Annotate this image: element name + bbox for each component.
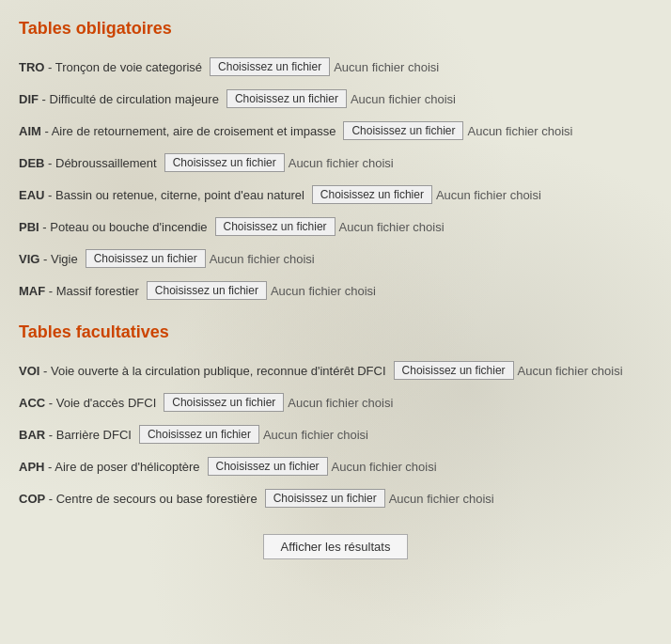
submit-button[interactable]: Afficher les résultats xyxy=(263,534,409,559)
file-button-cop[interactable]: Choisissez un fichier xyxy=(265,489,385,508)
file-button-maf[interactable]: Choisissez un fichier xyxy=(147,281,267,300)
no-file-label-cop: Aucun fichier choisi xyxy=(389,492,494,506)
file-button-acc[interactable]: Choisissez un fichier xyxy=(164,393,284,412)
no-file-label-voi: Aucun fichier choisi xyxy=(518,364,623,378)
row-label-maf: MAF - Massif forestier xyxy=(19,284,139,298)
table-row: COP - Centre de secours ou base forestiè… xyxy=(19,489,652,508)
no-file-label-tro: Aucun fichier choisi xyxy=(334,60,439,74)
file-button-vig[interactable]: Choisissez un fichier xyxy=(86,249,206,268)
no-file-label-aph: Aucun fichier choisi xyxy=(332,460,437,474)
no-file-label-bar: Aucun fichier choisi xyxy=(263,428,368,442)
file-button-aim[interactable]: Choisissez un fichier xyxy=(343,121,463,140)
mandatory-rows-container: TRO - Tronçon de voie categoriséChoisiss… xyxy=(19,57,652,300)
row-label-vig: VIG - Vigie xyxy=(19,252,78,266)
file-button-pbi[interactable]: Choisissez un fichier xyxy=(215,217,336,236)
no-file-label-vig: Aucun fichier choisi xyxy=(210,252,315,266)
table-row: TRO - Tronçon de voie categoriséChoisiss… xyxy=(19,57,652,76)
file-button-bar[interactable]: Choisissez un fichier xyxy=(139,425,259,444)
row-label-cop: COP - Centre de secours ou base forestiè… xyxy=(19,492,257,506)
no-file-label-aim: Aucun fichier choisi xyxy=(467,124,572,138)
no-file-label-dif: Aucun fichier choisi xyxy=(351,92,456,106)
no-file-label-pbi: Aucun fichier choisi xyxy=(339,220,445,234)
no-file-label-eau: Aucun fichier choisi xyxy=(436,188,541,202)
table-row: VIG - VigieChoisissez un fichierAucun fi… xyxy=(19,249,652,268)
row-label-acc: ACC - Voie d'accès DFCI xyxy=(19,396,156,410)
file-button-voi[interactable]: Choisissez un fichier xyxy=(394,361,514,380)
table-row: EAU - Bassin ou retenue, citerne, point … xyxy=(19,185,652,204)
table-row: ACC - Voie d'accès DFCIChoisissez un fic… xyxy=(19,393,652,412)
optional-section-title: Tables facultatives xyxy=(19,322,652,342)
row-label-aph: APH - Aire de poser d'hélicoptère xyxy=(19,460,200,474)
no-file-label-deb: Aucun fichier choisi xyxy=(289,156,394,170)
row-label-pbi: PBI - Poteau ou bouche d'incendie xyxy=(19,220,208,234)
file-button-tro[interactable]: Choisissez un fichier xyxy=(210,57,330,76)
row-label-aim: AIM - Aire de retournement, aire de croi… xyxy=(19,124,336,138)
row-label-tro: TRO - Tronçon de voie categorisé xyxy=(19,60,202,74)
file-button-deb[interactable]: Choisissez un fichier xyxy=(164,153,285,172)
row-label-deb: DEB - Débroussaillement xyxy=(19,156,157,170)
file-button-aph[interactable]: Choisissez un fichier xyxy=(208,457,328,476)
no-file-label-acc: Aucun fichier choisi xyxy=(288,396,393,410)
table-row: DEB - DébroussaillementChoisissez un fic… xyxy=(19,153,652,172)
row-label-bar: BAR - Barrière DFCI xyxy=(19,428,132,442)
row-label-eau: EAU - Bassin ou retenue, citerne, point … xyxy=(19,188,304,202)
table-row: MAF - Massif forestierChoisissez un fich… xyxy=(19,281,652,300)
file-button-eau[interactable]: Choisissez un fichier xyxy=(312,185,432,204)
row-label-voi: VOI - Voie ouverte à la circulation publ… xyxy=(19,364,386,378)
submit-row: Afficher les résultats xyxy=(19,534,652,559)
optional-rows-container: VOI - Voie ouverte à la circulation publ… xyxy=(19,361,652,508)
mandatory-section-title: Tables obligatoires xyxy=(19,19,652,39)
table-row: APH - Aire de poser d'hélicoptèreChoisis… xyxy=(19,457,652,476)
table-row: VOI - Voie ouverte à la circulation publ… xyxy=(19,361,652,380)
table-row: AIM - Aire de retournement, aire de croi… xyxy=(19,121,652,140)
file-button-dif[interactable]: Choisissez un fichier xyxy=(226,89,347,108)
table-row: DIF - Difficulté de circulation majeureC… xyxy=(19,89,652,108)
row-label-dif: DIF - Difficulté de circulation majeure xyxy=(19,92,219,106)
table-row: BAR - Barrière DFCIChoisissez un fichier… xyxy=(19,425,652,444)
no-file-label-maf: Aucun fichier choisi xyxy=(271,284,376,298)
table-row: PBI - Poteau ou bouche d'incendieChoisis… xyxy=(19,217,652,236)
